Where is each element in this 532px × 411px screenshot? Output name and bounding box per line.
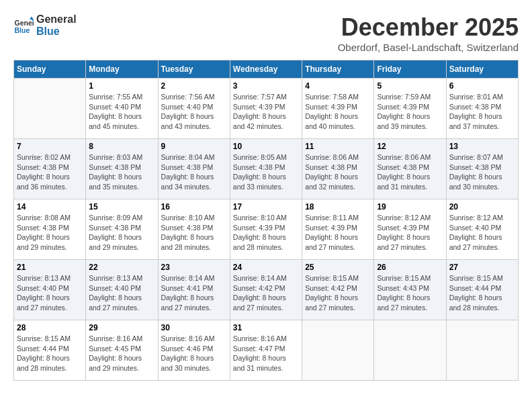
- calendar-week-row: 28Sunrise: 8:15 AM Sunset: 4:44 PM Dayli…: [14, 320, 519, 381]
- day-number: 19: [377, 202, 443, 212]
- day-info: Sunrise: 8:02 AM Sunset: 4:38 PM Dayligh…: [17, 152, 83, 192]
- day-number: 5: [377, 81, 443, 91]
- calendar-cell: 18Sunrise: 8:11 AM Sunset: 4:39 PM Dayli…: [302, 199, 374, 260]
- calendar-cell: [14, 79, 86, 139]
- day-number: 26: [377, 263, 443, 272]
- day-info: Sunrise: 8:16 AM Sunset: 4:45 PM Dayligh…: [89, 334, 154, 373]
- day-number: 8: [89, 142, 154, 151]
- weekday-header-friday: Friday: [374, 60, 446, 79]
- logo-icon: General Blue: [13, 15, 34, 36]
- title-block: December 2025 Oberdorf, Basel-Landschaft…: [338, 13, 519, 53]
- day-number: 17: [233, 202, 299, 212]
- calendar-week-row: 1Sunrise: 7:55 AM Sunset: 4:40 PM Daylig…: [14, 79, 519, 139]
- logo: General Blue General Blue: [13, 13, 77, 37]
- calendar-cell: [374, 320, 446, 381]
- day-number: 30: [161, 323, 227, 332]
- day-info: Sunrise: 7:57 AM Sunset: 4:39 PM Dayligh…: [233, 92, 299, 132]
- day-number: 23: [161, 263, 227, 272]
- day-info: Sunrise: 8:15 AM Sunset: 4:42 PM Dayligh…: [305, 273, 371, 313]
- calendar-cell: 24Sunrise: 8:14 AM Sunset: 4:42 PM Dayli…: [230, 260, 302, 320]
- calendar-week-row: 14Sunrise: 8:08 AM Sunset: 4:38 PM Dayli…: [14, 199, 519, 260]
- day-info: Sunrise: 8:12 AM Sunset: 4:40 PM Dayligh…: [449, 213, 515, 253]
- calendar-cell: 10Sunrise: 8:05 AM Sunset: 4:38 PM Dayli…: [230, 139, 302, 199]
- calendar-cell: 14Sunrise: 8:08 AM Sunset: 4:38 PM Dayli…: [14, 199, 86, 260]
- day-info: Sunrise: 8:07 AM Sunset: 4:38 PM Dayligh…: [449, 152, 515, 192]
- weekday-header-monday: Monday: [86, 60, 158, 79]
- day-number: 27: [449, 263, 515, 272]
- calendar-week-row: 7Sunrise: 8:02 AM Sunset: 4:38 PM Daylig…: [14, 139, 519, 199]
- day-number: 11: [305, 142, 371, 151]
- calendar-cell: 11Sunrise: 8:06 AM Sunset: 4:38 PM Dayli…: [302, 139, 374, 199]
- calendar-cell: 3Sunrise: 7:57 AM Sunset: 4:39 PM Daylig…: [230, 79, 302, 139]
- day-info: Sunrise: 8:15 AM Sunset: 4:43 PM Dayligh…: [377, 273, 443, 313]
- weekday-header-row: SundayMondayTuesdayWednesdayThursdayFrid…: [14, 60, 519, 79]
- day-number: 14: [17, 202, 83, 212]
- calendar-cell: 20Sunrise: 8:12 AM Sunset: 4:40 PM Dayli…: [446, 199, 518, 260]
- day-info: Sunrise: 8:15 AM Sunset: 4:44 PM Dayligh…: [449, 273, 515, 313]
- calendar-cell: [302, 320, 374, 381]
- calendar-cell: [446, 320, 518, 381]
- calendar-cell: 31Sunrise: 8:16 AM Sunset: 4:47 PM Dayli…: [230, 320, 302, 381]
- day-number: 2: [161, 81, 227, 91]
- day-number: 4: [305, 81, 371, 91]
- calendar-cell: 23Sunrise: 8:14 AM Sunset: 4:41 PM Dayli…: [158, 260, 230, 320]
- month-title: December 2025: [338, 13, 519, 42]
- day-info: Sunrise: 7:59 AM Sunset: 4:39 PM Dayligh…: [377, 92, 443, 132]
- calendar-cell: 17Sunrise: 8:10 AM Sunset: 4:39 PM Dayli…: [230, 199, 302, 260]
- svg-text:Blue: Blue: [15, 26, 30, 34]
- calendar-cell: 4Sunrise: 7:58 AM Sunset: 4:39 PM Daylig…: [302, 79, 374, 139]
- weekday-header-sunday: Sunday: [14, 60, 86, 79]
- weekday-header-saturday: Saturday: [446, 60, 518, 79]
- calendar-cell: 29Sunrise: 8:16 AM Sunset: 4:45 PM Dayli…: [86, 320, 158, 381]
- calendar-cell: 8Sunrise: 8:03 AM Sunset: 4:38 PM Daylig…: [86, 139, 158, 199]
- day-info: Sunrise: 8:01 AM Sunset: 4:38 PM Dayligh…: [449, 92, 515, 132]
- day-info: Sunrise: 8:03 AM Sunset: 4:38 PM Dayligh…: [89, 152, 154, 192]
- day-number: 9: [161, 142, 227, 151]
- day-number: 31: [233, 323, 299, 332]
- day-info: Sunrise: 7:56 AM Sunset: 4:40 PM Dayligh…: [161, 92, 227, 132]
- calendar-cell: 6Sunrise: 8:01 AM Sunset: 4:38 PM Daylig…: [446, 79, 518, 139]
- day-number: 24: [233, 263, 299, 272]
- calendar-cell: 1Sunrise: 7:55 AM Sunset: 4:40 PM Daylig…: [86, 79, 158, 139]
- calendar-cell: 15Sunrise: 8:09 AM Sunset: 4:38 PM Dayli…: [86, 199, 158, 260]
- day-number: 20: [449, 202, 515, 212]
- day-number: 29: [89, 323, 154, 332]
- day-number: 22: [89, 263, 154, 272]
- day-number: 28: [17, 323, 83, 332]
- day-info: Sunrise: 8:11 AM Sunset: 4:39 PM Dayligh…: [305, 213, 371, 253]
- calendar-cell: 26Sunrise: 8:15 AM Sunset: 4:43 PM Dayli…: [374, 260, 446, 320]
- calendar-week-row: 21Sunrise: 8:13 AM Sunset: 4:40 PM Dayli…: [14, 260, 519, 320]
- day-info: Sunrise: 7:55 AM Sunset: 4:40 PM Dayligh…: [89, 92, 154, 132]
- calendar-cell: 27Sunrise: 8:15 AM Sunset: 4:44 PM Dayli…: [446, 260, 518, 320]
- day-info: Sunrise: 8:14 AM Sunset: 4:41 PM Dayligh…: [161, 273, 227, 313]
- calendar-cell: 21Sunrise: 8:13 AM Sunset: 4:40 PM Dayli…: [14, 260, 86, 320]
- day-info: Sunrise: 8:12 AM Sunset: 4:39 PM Dayligh…: [377, 213, 443, 253]
- day-number: 25: [305, 263, 371, 272]
- calendar-cell: 30Sunrise: 8:16 AM Sunset: 4:46 PM Dayli…: [158, 320, 230, 381]
- day-info: Sunrise: 8:15 AM Sunset: 4:44 PM Dayligh…: [17, 334, 83, 373]
- day-number: 18: [305, 202, 371, 212]
- calendar-cell: 5Sunrise: 7:59 AM Sunset: 4:39 PM Daylig…: [374, 79, 446, 139]
- day-number: 13: [449, 142, 515, 151]
- calendar-cell: 7Sunrise: 8:02 AM Sunset: 4:38 PM Daylig…: [14, 139, 86, 199]
- calendar-table: SundayMondayTuesdayWednesdayThursdayFrid…: [13, 60, 519, 381]
- day-number: 21: [17, 263, 83, 272]
- page-header: General Blue General Blue December 2025 …: [13, 13, 519, 53]
- day-info: Sunrise: 8:04 AM Sunset: 4:38 PM Dayligh…: [161, 152, 227, 192]
- weekday-header-thursday: Thursday: [302, 60, 374, 79]
- day-info: Sunrise: 8:10 AM Sunset: 4:38 PM Dayligh…: [161, 213, 227, 253]
- calendar-cell: 16Sunrise: 8:10 AM Sunset: 4:38 PM Dayli…: [158, 199, 230, 260]
- day-info: Sunrise: 8:05 AM Sunset: 4:38 PM Dayligh…: [233, 152, 299, 192]
- day-number: 10: [233, 142, 299, 151]
- day-info: Sunrise: 8:14 AM Sunset: 4:42 PM Dayligh…: [233, 273, 299, 313]
- day-number: 12: [377, 142, 443, 151]
- weekday-header-wednesday: Wednesday: [230, 60, 302, 79]
- day-info: Sunrise: 8:10 AM Sunset: 4:39 PM Dayligh…: [233, 213, 299, 253]
- day-info: Sunrise: 8:09 AM Sunset: 4:38 PM Dayligh…: [89, 213, 154, 253]
- day-number: 15: [89, 202, 154, 212]
- day-info: Sunrise: 8:13 AM Sunset: 4:40 PM Dayligh…: [89, 273, 154, 313]
- day-info: Sunrise: 8:13 AM Sunset: 4:40 PM Dayligh…: [17, 273, 83, 313]
- calendar-cell: 9Sunrise: 8:04 AM Sunset: 4:38 PM Daylig…: [158, 139, 230, 199]
- location-title: Oberdorf, Basel-Landschaft, Switzerland: [338, 42, 519, 53]
- weekday-header-tuesday: Tuesday: [158, 60, 230, 79]
